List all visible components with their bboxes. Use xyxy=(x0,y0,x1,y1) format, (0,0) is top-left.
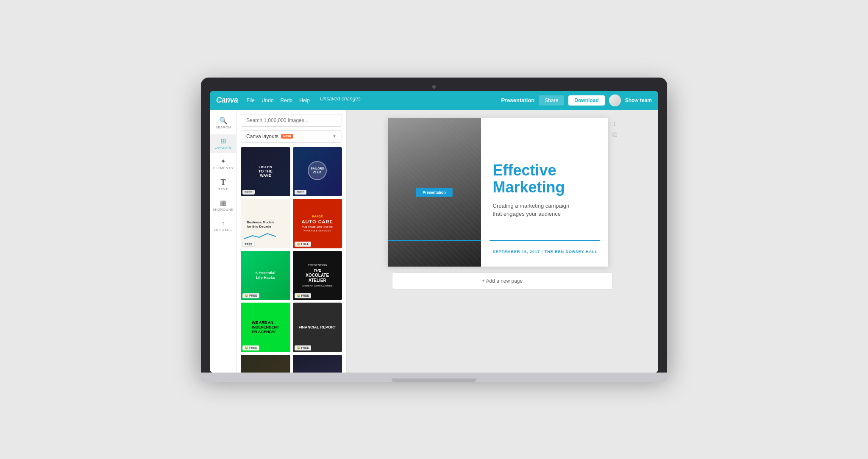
panel-area: Canva layouts NEW ▼ LISTENTO THEWAVE FRE… xyxy=(236,110,347,373)
free-badge: FREE xyxy=(295,293,312,298)
layout-dropdown[interactable]: Canva layouts NEW ▼ xyxy=(241,130,342,143)
free-badge: FREE xyxy=(295,345,312,351)
template-thumb[interactable]: WE ARE ANINDEPENDENTPR AGENCY/ FREE xyxy=(241,303,290,352)
laptop-wrapper: Canva File Undo Redo Help Unsaved change… xyxy=(201,78,667,382)
template-thumb[interactable]: EVENTS SULLIVAN & SONS FREE xyxy=(241,355,290,373)
canva-logo: Canva xyxy=(216,96,238,105)
sidebar-item-search[interactable]: 🔍 SEARCH xyxy=(210,114,236,133)
redo-menu[interactable]: Redo xyxy=(280,96,294,105)
free-badge: FREE xyxy=(242,242,255,247)
slide-blue-line-h xyxy=(388,240,481,241)
slide-number: 1 xyxy=(613,121,616,127)
template-circle: SAILORSCLUB xyxy=(308,161,327,180)
free-badge: FREE xyxy=(242,345,259,351)
presentation-button[interactable]: Presentation xyxy=(501,97,535,103)
nav-right: Presentation Share Download Show team xyxy=(501,95,652,106)
slide-date-text: SEPTEMBER 15, 2017 | THE BEN DORSEY HALL xyxy=(493,250,598,254)
sidebar-item-uploads[interactable]: ↑ UPLOADS xyxy=(210,217,236,235)
sidebar-item-background[interactable]: ▦ BKGROUND xyxy=(210,196,236,215)
dropdown-label: Canva layouts xyxy=(246,134,278,139)
free-badge: FREE xyxy=(242,293,259,298)
show-team-button[interactable]: Show team xyxy=(625,97,652,103)
uploads-icon: ↑ xyxy=(222,220,225,227)
add-page-button[interactable]: + Add a new page xyxy=(392,273,612,289)
free-badge: FREE xyxy=(242,190,255,195)
sidebar-item-elements[interactable]: ✦ ELEMENTS xyxy=(210,155,236,173)
template-thumb[interactable]: PRESENTING THE XOCOLATEATELIER ARTISAN C… xyxy=(293,251,342,300)
template-text: WE ARE ANINDEPENDENTPR AGENCY/ xyxy=(241,303,290,352)
download-button[interactable]: Download xyxy=(568,95,604,106)
sidebar-label-layouts: LAYOUTS xyxy=(214,146,231,150)
search-input[interactable] xyxy=(241,114,342,127)
template-thumb[interactable]: Business Modelsfor this Decade FREE xyxy=(241,199,290,248)
template-text: LISTENTO THEWAVE xyxy=(241,147,290,197)
template-text: FINANCIAL REPORT xyxy=(293,303,342,352)
slide-canvas[interactable]: Presentation Effective Marketing xyxy=(388,118,608,267)
template-thumb[interactable]: FINANCIAL REPORT FREE xyxy=(293,303,342,352)
undo-menu[interactable]: Undo xyxy=(261,96,275,105)
sidebar-label-elements: ELEMENTS xyxy=(213,166,233,170)
layouts-icon: ⊞ xyxy=(220,138,226,145)
text-icon: T xyxy=(220,178,225,186)
template-thumb[interactable]: LISTENTO THEWAVE FREE xyxy=(241,147,290,197)
unsaved-indicator: Unsaved changes xyxy=(320,96,361,105)
slide-presentation-label: Presentation xyxy=(416,188,453,197)
sidebar-label-background: BKGROUND xyxy=(212,208,234,211)
free-badge: FREE xyxy=(295,242,312,247)
template-thumb[interactable]: 5 EssentialLife Hacks FREE xyxy=(241,251,290,300)
template-text: HAAGE AUTO CARE THE COMPLETE LIST OF AVA… xyxy=(293,199,342,248)
sidebar-label-uploads: UPLOADS xyxy=(214,228,232,232)
sidebar-item-text[interactable]: T TEXT xyxy=(210,175,236,195)
template-text: EXHIBITIONNOW xyxy=(293,355,342,373)
template-text: EVENTS SULLIVAN & SONS xyxy=(241,355,290,373)
sidebar-label-search: SEARCH xyxy=(215,125,231,129)
copy-icon[interactable]: ⧉ xyxy=(612,131,617,139)
template-thumb[interactable]: HAAGE AUTO CARE THE COMPLETE LIST OF AVA… xyxy=(293,199,342,248)
template-thumb[interactable]: SAILORSCLUB FREE xyxy=(293,147,342,197)
avatar[interactable] xyxy=(609,95,621,106)
topnav: Canva File Undo Redo Help Unsaved change… xyxy=(210,91,658,110)
nav-menu: File Undo Redo Help Unsaved changes xyxy=(246,96,361,105)
elements-icon: ✦ xyxy=(220,158,226,165)
sidebar: 🔍 SEARCH ⊞ LAYOUTS ✦ ELEMENTS T TEXT xyxy=(210,110,236,373)
free-badge: FREE xyxy=(295,190,307,195)
laptop-body: Canva File Undo Redo Help Unsaved change… xyxy=(201,78,667,373)
sidebar-item-layouts[interactable]: ⊞ LAYOUTS xyxy=(210,134,236,153)
new-badge: NEW xyxy=(281,134,293,139)
avatar-image xyxy=(609,95,621,106)
help-menu[interactable]: Help xyxy=(298,96,311,105)
laptop-base xyxy=(201,373,667,382)
slide-bottom-line xyxy=(490,240,600,241)
template-text: Business Modelsfor this Decade xyxy=(241,199,290,248)
template-thumb[interactable]: EXHIBITIONNOW FREE xyxy=(293,355,342,373)
slide-right: Effective Marketing Creating a marketing… xyxy=(481,118,608,267)
file-menu[interactable]: File xyxy=(246,96,256,105)
slide-left: Presentation xyxy=(388,118,481,267)
slide-title: Effective Marketing xyxy=(493,162,600,195)
laptop-screen: Canva File Undo Redo Help Unsaved change… xyxy=(210,91,658,373)
template-text: 5 EssentialLife Hacks xyxy=(241,251,290,300)
search-icon: 🔍 xyxy=(219,117,228,124)
sidebar-label-text: TEXT xyxy=(218,187,228,191)
slide-wrapper: Presentation Effective Marketing xyxy=(388,118,617,267)
template-text: PRESENTING THE XOCOLATEATELIER ARTISAN C… xyxy=(293,251,342,300)
camera-notch xyxy=(432,85,436,89)
canvas-area: Presentation Effective Marketing xyxy=(347,110,658,373)
share-button[interactable]: Share xyxy=(539,95,564,106)
background-icon: ▦ xyxy=(220,200,226,206)
chevron-down-icon: ▼ xyxy=(332,134,337,139)
template-text: SAILORSCLUB xyxy=(293,147,342,197)
slide-subtitle: Creating a marketing campaignthat engage… xyxy=(493,202,600,218)
templates-grid: LISTENTO THEWAVE FREE SAILORSCLUB FREE xyxy=(241,147,342,373)
main-area: 🔍 SEARCH ⊞ LAYOUTS ✦ ELEMENTS T TEXT xyxy=(210,110,658,373)
slide-controls: 1 ⧉ xyxy=(612,118,617,139)
